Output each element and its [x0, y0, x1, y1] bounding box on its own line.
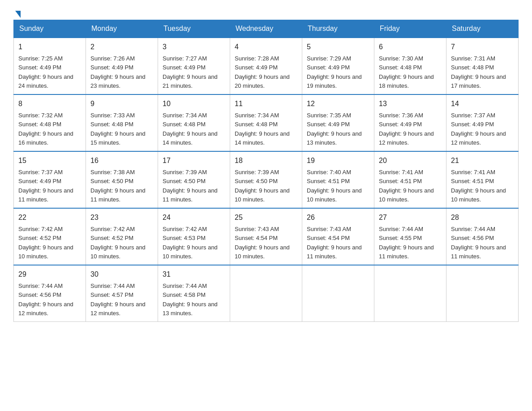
day-info: Sunrise: 7:44 AMSunset: 4:55 PMDaylight:… [379, 226, 434, 260]
header-row: SundayMondayTuesdayWednesdayThursdayFrid… [14, 20, 519, 38]
day-info: Sunrise: 7:29 AMSunset: 4:49 PMDaylight:… [307, 55, 362, 89]
day-number: 5 [307, 42, 369, 52]
day-info: Sunrise: 7:35 AMSunset: 4:49 PMDaylight:… [307, 112, 362, 146]
week-row-2: 8 Sunrise: 7:32 AMSunset: 4:48 PMDayligh… [14, 94, 519, 151]
day-number: 9 [90, 98, 153, 109]
day-cell [446, 265, 519, 322]
day-info: Sunrise: 7:36 AMSunset: 4:49 PMDaylight:… [379, 112, 434, 146]
day-number: 14 [451, 98, 514, 109]
day-info: Sunrise: 7:25 AMSunset: 4:49 PMDaylight:… [18, 55, 73, 89]
day-number: 7 [451, 42, 514, 52]
day-info: Sunrise: 7:41 AMSunset: 4:51 PMDaylight:… [451, 169, 506, 203]
day-number: 22 [18, 212, 81, 223]
day-info: Sunrise: 7:43 AMSunset: 4:54 PMDaylight:… [235, 226, 290, 260]
header-cell-friday: Friday [374, 20, 446, 38]
day-number: 15 [18, 155, 81, 166]
calendar-body: 1 Sunrise: 7:25 AMSunset: 4:49 PMDayligh… [14, 38, 519, 322]
header-cell-thursday: Thursday [302, 20, 374, 38]
header-cell-saturday: Saturday [446, 20, 519, 38]
day-number: 3 [163, 42, 225, 52]
header-cell-sunday: Sunday [14, 20, 86, 38]
day-cell: 10 Sunrise: 7:34 AMSunset: 4:48 PMDaylig… [158, 94, 230, 151]
day-info: Sunrise: 7:34 AMSunset: 4:48 PMDaylight:… [235, 112, 290, 146]
day-cell [230, 265, 302, 322]
week-row-5: 29 Sunrise: 7:44 AMSunset: 4:56 PMDaylig… [14, 265, 519, 322]
day-cell: 13 Sunrise: 7:36 AMSunset: 4:49 PMDaylig… [374, 94, 446, 151]
day-cell: 15 Sunrise: 7:37 AMSunset: 4:49 PMDaylig… [14, 151, 86, 208]
day-number: 1 [18, 42, 81, 52]
day-info: Sunrise: 7:43 AMSunset: 4:54 PMDaylight:… [307, 226, 362, 260]
day-info: Sunrise: 7:28 AMSunset: 4:49 PMDaylight:… [235, 55, 290, 89]
day-info: Sunrise: 7:26 AMSunset: 4:49 PMDaylight:… [90, 55, 146, 89]
day-number: 24 [163, 212, 225, 223]
day-number: 2 [90, 42, 153, 52]
day-number: 25 [235, 212, 297, 223]
day-cell [374, 265, 446, 322]
day-cell: 16 Sunrise: 7:38 AMSunset: 4:50 PMDaylig… [86, 151, 158, 208]
day-info: Sunrise: 7:30 AMSunset: 4:48 PMDaylight:… [379, 55, 434, 89]
header-cell-monday: Monday [86, 20, 158, 38]
day-number: 21 [451, 155, 514, 166]
day-cell: 6 Sunrise: 7:30 AMSunset: 4:48 PMDayligh… [374, 38, 446, 94]
day-cell: 29 Sunrise: 7:44 AMSunset: 4:56 PMDaylig… [14, 265, 86, 322]
day-info: Sunrise: 7:33 AMSunset: 4:48 PMDaylight:… [90, 112, 146, 146]
day-number: 27 [379, 212, 442, 223]
day-cell: 11 Sunrise: 7:34 AMSunset: 4:48 PMDaylig… [230, 94, 302, 151]
day-info: Sunrise: 7:32 AMSunset: 4:48 PMDaylight:… [18, 112, 73, 146]
day-cell: 9 Sunrise: 7:33 AMSunset: 4:48 PMDayligh… [86, 94, 158, 151]
day-cell: 23 Sunrise: 7:42 AMSunset: 4:52 PMDaylig… [86, 208, 158, 265]
day-number: 16 [90, 155, 153, 166]
week-row-1: 1 Sunrise: 7:25 AMSunset: 4:49 PMDayligh… [14, 38, 519, 94]
week-row-4: 22 Sunrise: 7:42 AMSunset: 4:52 PMDaylig… [14, 208, 519, 265]
day-number: 20 [379, 155, 442, 166]
day-info: Sunrise: 7:37 AMSunset: 4:49 PMDaylight:… [451, 112, 506, 146]
week-row-3: 15 Sunrise: 7:37 AMSunset: 4:49 PMDaylig… [14, 151, 519, 208]
day-number: 8 [18, 98, 81, 109]
day-number: 26 [307, 212, 369, 223]
day-info: Sunrise: 7:44 AMSunset: 4:56 PMDaylight:… [451, 226, 506, 260]
calendar-header: SundayMondayTuesdayWednesdayThursdayFrid… [14, 20, 519, 38]
day-info: Sunrise: 7:39 AMSunset: 4:50 PMDaylight:… [235, 169, 290, 203]
day-cell: 19 Sunrise: 7:40 AMSunset: 4:51 PMDaylig… [302, 151, 374, 208]
day-cell: 18 Sunrise: 7:39 AMSunset: 4:50 PMDaylig… [230, 151, 302, 208]
day-cell: 1 Sunrise: 7:25 AMSunset: 4:49 PMDayligh… [14, 38, 86, 94]
page-header [13, 9, 519, 15]
day-cell: 3 Sunrise: 7:27 AMSunset: 4:49 PMDayligh… [158, 38, 230, 94]
day-number: 28 [451, 212, 514, 223]
day-cell: 5 Sunrise: 7:29 AMSunset: 4:49 PMDayligh… [302, 38, 374, 94]
day-info: Sunrise: 7:27 AMSunset: 4:49 PMDaylight:… [163, 55, 218, 89]
day-cell: 21 Sunrise: 7:41 AMSunset: 4:51 PMDaylig… [446, 151, 519, 208]
day-info: Sunrise: 7:31 AMSunset: 4:48 PMDaylight:… [451, 55, 506, 89]
header-cell-tuesday: Tuesday [158, 20, 230, 38]
day-number: 30 [90, 269, 153, 280]
day-number: 6 [379, 42, 442, 52]
day-cell: 22 Sunrise: 7:42 AMSunset: 4:52 PMDaylig… [14, 208, 86, 265]
day-info: Sunrise: 7:39 AMSunset: 4:50 PMDaylight:… [163, 169, 218, 203]
day-cell: 7 Sunrise: 7:31 AMSunset: 4:48 PMDayligh… [446, 38, 519, 94]
day-info: Sunrise: 7:44 AMSunset: 4:57 PMDaylight:… [90, 283, 146, 317]
day-cell: 2 Sunrise: 7:26 AMSunset: 4:49 PMDayligh… [86, 38, 158, 94]
day-cell: 20 Sunrise: 7:41 AMSunset: 4:51 PMDaylig… [374, 151, 446, 208]
day-cell: 28 Sunrise: 7:44 AMSunset: 4:56 PMDaylig… [446, 208, 519, 265]
day-cell: 27 Sunrise: 7:44 AMSunset: 4:55 PMDaylig… [374, 208, 446, 265]
day-info: Sunrise: 7:41 AMSunset: 4:51 PMDaylight:… [379, 169, 434, 203]
day-info: Sunrise: 7:42 AMSunset: 4:53 PMDaylight:… [163, 226, 218, 260]
logo-arrow-icon [15, 11, 21, 18]
day-number: 18 [235, 155, 297, 166]
day-info: Sunrise: 7:42 AMSunset: 4:52 PMDaylight:… [18, 226, 73, 260]
day-cell: 17 Sunrise: 7:39 AMSunset: 4:50 PMDaylig… [158, 151, 230, 208]
day-info: Sunrise: 7:40 AMSunset: 4:51 PMDaylight:… [307, 169, 362, 203]
header-cell-wednesday: Wednesday [230, 20, 302, 38]
day-info: Sunrise: 7:37 AMSunset: 4:49 PMDaylight:… [18, 169, 73, 203]
day-cell: 4 Sunrise: 7:28 AMSunset: 4:49 PMDayligh… [230, 38, 302, 94]
day-info: Sunrise: 7:44 AMSunset: 4:56 PMDaylight:… [18, 283, 73, 317]
day-number: 10 [163, 98, 225, 109]
day-cell: 31 Sunrise: 7:44 AMSunset: 4:58 PMDaylig… [158, 265, 230, 322]
day-number: 12 [307, 98, 369, 109]
day-cell: 25 Sunrise: 7:43 AMSunset: 4:54 PMDaylig… [230, 208, 302, 265]
day-cell: 26 Sunrise: 7:43 AMSunset: 4:54 PMDaylig… [302, 208, 374, 265]
day-info: Sunrise: 7:42 AMSunset: 4:52 PMDaylight:… [90, 226, 146, 260]
day-number: 19 [307, 155, 369, 166]
day-info: Sunrise: 7:38 AMSunset: 4:50 PMDaylight:… [90, 169, 146, 203]
day-cell: 8 Sunrise: 7:32 AMSunset: 4:48 PMDayligh… [14, 94, 86, 151]
